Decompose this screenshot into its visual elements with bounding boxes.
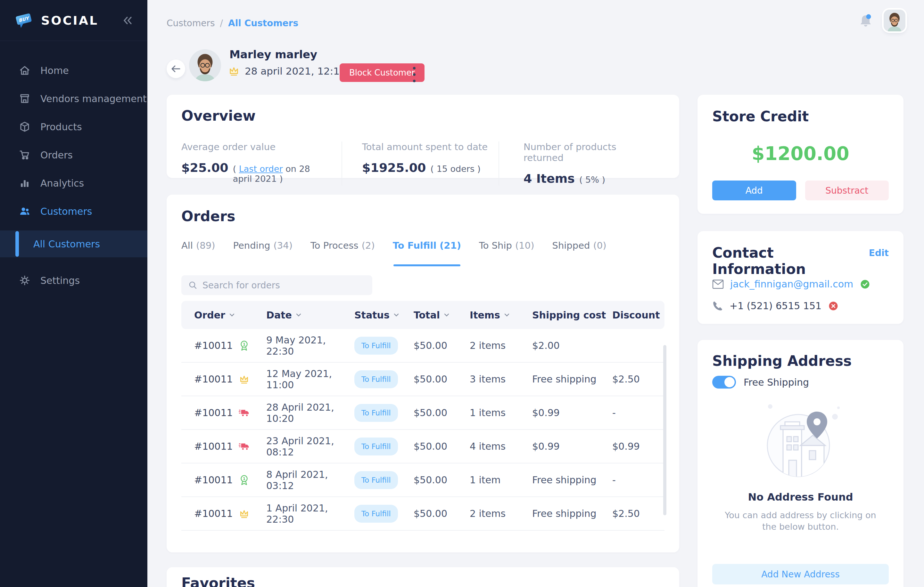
order-items: 2 items [470,340,532,351]
back-button[interactable] [167,59,185,78]
stat-value: 4 Items [523,171,575,186]
stat-value: $1925.00 [362,161,426,175]
column-order[interactable]: Order [194,309,266,321]
logo-text: SOCIAL [41,13,98,28]
orders-card: Orders All(89) Pending(34) To Process(2)… [167,195,679,552]
order-discount: - [612,474,665,485]
main-content: Customers / All Customers [147,0,924,587]
free-shipping-toggle[interactable] [712,376,736,388]
breadcrumb-all-customers[interactable]: All Customers [228,18,298,28]
status-badge: To Fulfill [354,471,398,489]
chevron-down-icon [296,313,302,317]
sidebar-item-settings[interactable]: Settings [0,266,147,294]
table-scrollbar[interactable] [663,345,667,515]
crown-icon [239,508,249,519]
overview-card: Overview Average order value $25.00 ( La… [167,95,679,178]
contact-email[interactable]: jack_finnigan@gmail.com [730,278,853,289]
error-badge-icon [828,301,839,311]
overview-title: Overview [182,107,665,124]
order-total: $50.00 [414,474,470,485]
order-discount: $2.50 [612,508,665,519]
order-shipping: Free shipping [532,474,612,485]
order-items: 1 items [470,407,532,418]
medal-1-icon: 1 [239,474,249,486]
notification-bell-icon[interactable] [859,13,873,28]
order-shipping: Free shipping [532,373,612,385]
tab-shipped[interactable]: Shipped(0) [552,240,607,251]
sidebar-item-label: Customers [40,206,92,217]
sidebar-item-orders[interactable]: Orders [0,141,147,169]
sidebar-item-analytics[interactable]: Analytics [0,169,147,197]
free-shipping-label: Free Shipping [744,377,809,388]
no-address-title: No Address Found [698,491,904,503]
order-shipping: $2.00 [532,340,612,351]
sidebar-item-products[interactable]: Products [0,113,147,141]
contact-card: Contact Information Edit jack_finnigan@g… [698,231,904,324]
sidebar-subitem-label: All Customers [33,238,100,250]
edit-contact-link[interactable]: Edit [869,248,889,258]
favorites-card: Favorites [167,567,679,587]
store-credit-card: Store Credit $1200.00 Add Substract [698,95,904,214]
table-row[interactable]: #10011 23 April 2021, 08:12 To Fulfill $… [182,430,665,464]
table-row[interactable]: #10011 1 9 May 2021, 22:30 To Fulfill $5… [182,329,665,363]
chevron-down-icon [504,313,510,317]
order-shipping: Free shipping [532,508,612,519]
add-new-address-button[interactable]: Add New Address [712,564,889,584]
kebab-menu-icon[interactable] [411,64,418,85]
search-input[interactable] [203,280,365,291]
table-row[interactable]: #10011 12 May 2021, 11:00 To Fulfill $50… [182,363,665,396]
sidebar-item-vendors[interactable]: Vendors management [0,84,147,113]
tab-all[interactable]: All(89) [182,240,215,251]
tab-to-ship[interactable]: To Ship(10) [479,240,535,251]
stat-products-returned: Number of products returned 4 Items ( 5%… [498,141,665,186]
add-credit-button[interactable]: Add [712,181,796,201]
subtract-credit-button[interactable]: Substract [805,181,889,201]
shipping-address-card: Shipping Address Free Shipping [698,340,904,587]
search-icon [188,281,197,289]
column-items[interactable]: Items [470,309,532,321]
table-row[interactable]: #10011 1 8 April 2021, 03:12 To Fulfill … [182,464,665,497]
order-id: #10011 [194,407,233,418]
order-date: 12 May 2021, 11:00 [266,368,354,390]
order-discount: $2.50 [612,373,665,385]
favorites-title: Favorites [182,575,665,587]
store-credit-title: Store Credit [712,108,889,125]
sidebar-item-customers[interactable]: Customers [0,197,147,225]
column-total[interactable]: Total [414,309,470,321]
sidebar-item-all-customers[interactable]: All Customers [0,230,147,257]
order-items: 4 items [470,441,532,452]
order-items: 2 items [470,508,532,519]
sidebar-item-label: Analytics [40,178,84,189]
user-avatar[interactable] [884,10,906,31]
shipping-title: Shipping Address [712,353,889,369]
last-order-link[interactable]: Last order [239,164,283,174]
order-total: $50.00 [414,373,470,385]
column-status[interactable]: Status [354,309,414,321]
order-total: $50.00 [414,441,470,452]
chevron-down-icon [444,313,449,317]
table-row[interactable]: #10011 1 April 2021, 22:30 To Fulfill $5… [182,497,665,531]
orders-search [182,275,372,295]
orders-title: Orders [182,208,665,224]
sidebar-item-home[interactable]: Home [0,56,147,84]
contact-phone: +1 (521) 6515 151 [729,300,822,311]
order-id: #10011 [194,340,233,351]
breadcrumb-customers[interactable]: Customers [167,18,215,28]
medal-1-icon: 1 [239,340,249,352]
order-date: 1 April 2021, 22:30 [266,503,354,525]
store-credit-amount: $1200.00 [698,143,904,164]
svg-text:1: 1 [243,477,246,481]
order-id: #10011 [194,441,233,452]
cart-icon [18,150,31,160]
collapse-sidebar-icon[interactable] [122,16,134,25]
column-date[interactable]: Date [266,309,354,321]
truck-icon [239,408,249,418]
order-date: 28 April 2021, 10:20 [266,402,354,424]
status-badge: To Fulfill [354,505,398,523]
table-row[interactable]: #10011 28 April 2021, 10:20 To Fulfill $… [182,396,665,430]
contact-email-row: jack_finnigan@gmail.com [712,278,871,289]
tab-pending[interactable]: Pending(34) [233,240,292,251]
status-badge: To Fulfill [354,337,398,355]
tab-to-fulfill[interactable]: To Fulfill(21) [393,240,461,251]
tab-to-process[interactable]: To Process(2) [310,240,375,251]
